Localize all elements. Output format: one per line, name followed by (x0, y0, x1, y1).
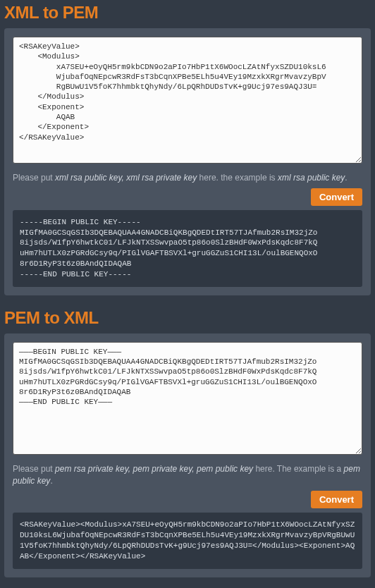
xml-to-pem-title: XML to PEM (4, 3, 371, 23)
hint-end-key: xml rsa public key (278, 173, 345, 183)
hint-mid-2: here. The example is a (253, 464, 344, 474)
xml-to-pem-panel: Please put xml rsa public key, xml rsa p… (4, 28, 371, 295)
pem-to-xml-title: PEM to XML (4, 308, 371, 328)
hint-prefix-2: Please put (13, 464, 55, 474)
pem-to-xml-section: PEM to XML Please put pem rsa private ke… (4, 308, 371, 577)
pem-hint-text: Please put pem rsa private key, pem priv… (13, 463, 362, 487)
pem-input-textarea[interactable] (13, 342, 362, 455)
xml-to-pem-section: XML to PEM Please put xml rsa public key… (4, 3, 371, 295)
xml-button-row: Convert (13, 188, 362, 206)
hint-mid: here. the example is (197, 173, 278, 183)
hint-period-2: . (50, 476, 52, 486)
pem-to-xml-panel: Please put pem rsa private key, pem priv… (4, 333, 371, 577)
hint-keys-2: pem rsa private key, pem private key, pe… (55, 464, 253, 474)
xml-output-box: -----BEGIN PUBLIC KEY----- MIGfMA0GCSqGS… (13, 210, 362, 287)
pem-convert-button[interactable]: Convert (311, 491, 362, 508)
hint-period: . (345, 173, 347, 183)
xml-convert-button[interactable]: Convert (311, 188, 362, 206)
hint-keys: xml rsa public key, xml rsa private key (55, 173, 197, 183)
pem-button-row: Convert (13, 491, 362, 508)
hint-prefix: Please put (13, 173, 55, 183)
pem-output-box: <RSAKeyValue><Modulus>xA7SEU+eOyQH5rm9kb… (13, 513, 362, 568)
xml-input-textarea[interactable] (13, 37, 362, 164)
xml-hint-text: Please put xml rsa public key, xml rsa p… (13, 172, 362, 184)
